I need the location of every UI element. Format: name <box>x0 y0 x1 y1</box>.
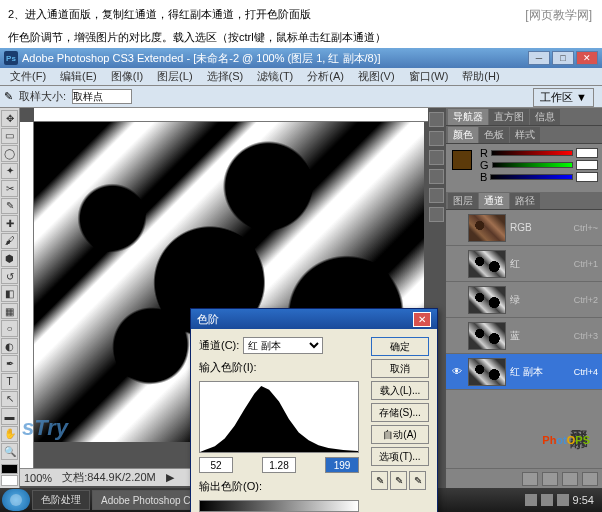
g-slider[interactable] <box>492 162 573 168</box>
pen-tool[interactable]: ✒ <box>1 355 18 372</box>
tray-icon[interactable] <box>525 494 537 506</box>
minimize-button[interactable]: ─ <box>528 51 550 65</box>
r-slider[interactable] <box>491 150 573 156</box>
menu-filter[interactable]: 滤镜(T) <box>251 68 299 85</box>
b-slider[interactable] <box>490 174 573 180</box>
close-button[interactable]: ✕ <box>576 51 598 65</box>
options-button[interactable]: 选项(T)... <box>371 447 429 466</box>
menu-analysis[interactable]: 分析(A) <box>301 68 350 85</box>
levels-close-button[interactable]: ✕ <box>413 312 431 327</box>
menu-view[interactable]: 视图(V) <box>352 68 401 85</box>
strip-icon[interactable] <box>429 150 444 165</box>
input-gamma[interactable] <box>262 457 296 473</box>
gray-eyedropper-icon[interactable]: ✎ <box>390 471 407 490</box>
shape-tool[interactable]: ▬ <box>1 408 18 425</box>
output-gradient[interactable] <box>199 500 359 512</box>
save-selection-icon[interactable] <box>542 472 558 486</box>
type-tool[interactable]: T <box>1 373 18 390</box>
gradient-tool[interactable]: ▦ <box>1 303 18 320</box>
ruler-horizontal[interactable] <box>34 108 428 122</box>
tab-navigator[interactable]: 导航器 <box>448 109 488 125</box>
background-color[interactable] <box>1 475 18 486</box>
auto-button[interactable]: 自动(A) <box>371 425 429 444</box>
tab-info[interactable]: 信息 <box>530 109 560 125</box>
visibility-icon[interactable] <box>450 329 464 343</box>
input-black-point[interactable] <box>199 457 233 473</box>
strip-icon[interactable] <box>429 112 444 127</box>
ok-button[interactable]: 确定 <box>371 337 429 356</box>
menu-help[interactable]: 帮助(H) <box>456 68 505 85</box>
tab-swatches[interactable]: 色板 <box>479 127 509 143</box>
histogram[interactable] <box>199 381 359 453</box>
clock[interactable]: 9:54 <box>573 494 594 506</box>
menu-window[interactable]: 窗口(W) <box>403 68 455 85</box>
start-button[interactable] <box>2 489 30 511</box>
foreground-color[interactable] <box>1 464 18 475</box>
new-channel-icon[interactable] <box>562 472 578 486</box>
input-white-point[interactable] <box>325 457 359 473</box>
tray-icon[interactable] <box>541 494 553 506</box>
strip-icon[interactable] <box>429 207 444 222</box>
black-eyedropper-icon[interactable]: ✎ <box>371 471 388 490</box>
menu-layer[interactable]: 图层(L) <box>151 68 198 85</box>
menu-select[interactable]: 选择(S) <box>201 68 250 85</box>
tab-color[interactable]: 颜色 <box>448 127 478 143</box>
crop-tool[interactable]: ✂ <box>1 180 18 197</box>
eraser-tool[interactable]: ◧ <box>1 285 18 302</box>
visibility-icon[interactable] <box>450 257 464 271</box>
levels-dialog-titlebar[interactable]: 色阶 ✕ <box>191 309 437 329</box>
eyedropper-tool[interactable]: ✎ <box>1 198 18 215</box>
brush-tool[interactable]: 🖌 <box>1 233 18 250</box>
titlebar[interactable]: Ps Adobe Photoshop CS3 Extended - [未命名-2… <box>0 48 602 68</box>
r-value[interactable] <box>576 148 598 158</box>
move-tool[interactable]: ✥ <box>1 110 18 127</box>
menu-edit[interactable]: 编辑(E) <box>54 68 103 85</box>
strip-icon[interactable] <box>429 188 444 203</box>
tab-paths[interactable]: 路径 <box>510 193 540 209</box>
visibility-icon[interactable] <box>450 221 464 235</box>
tab-styles[interactable]: 样式 <box>510 127 540 143</box>
tab-layers[interactable]: 图层 <box>448 193 478 209</box>
menu-image[interactable]: 图像(I) <box>105 68 149 85</box>
delete-channel-icon[interactable] <box>582 472 598 486</box>
channel-row[interactable]: 绿Ctrl+2 <box>446 282 602 318</box>
tab-channels[interactable]: 通道 <box>479 193 509 209</box>
cancel-button[interactable]: 取消 <box>371 359 429 378</box>
visibility-icon[interactable]: 👁 <box>450 365 464 379</box>
marquee-tool[interactable]: ▭ <box>1 128 18 145</box>
stamp-tool[interactable]: ⬢ <box>1 250 18 267</box>
channel-select[interactable]: 红 副本 <box>243 337 323 354</box>
tray-icon[interactable] <box>557 494 569 506</box>
history-brush-tool[interactable]: ↺ <box>1 268 18 285</box>
menu-file[interactable]: 文件(F) <box>4 68 52 85</box>
channel-row[interactable]: 👁红 副本Ctrl+4 <box>446 354 602 390</box>
load-button[interactable]: 载入(L)... <box>371 381 429 400</box>
color-swatch[interactable] <box>452 150 472 170</box>
sample-size-select[interactable] <box>72 89 132 104</box>
load-selection-icon[interactable] <box>522 472 538 486</box>
strip-icon[interactable] <box>429 169 444 184</box>
taskbar-item[interactable]: 色阶处理 <box>32 490 90 510</box>
system-tray[interactable]: 9:54 <box>525 494 600 506</box>
g-value[interactable] <box>576 160 598 170</box>
hand-tool[interactable]: ✋ <box>1 426 18 443</box>
visibility-icon[interactable] <box>450 293 464 307</box>
tab-histogram[interactable]: 直方图 <box>489 109 529 125</box>
white-eyedropper-icon[interactable]: ✎ <box>409 471 426 490</box>
heal-tool[interactable]: ✚ <box>1 215 18 232</box>
dodge-tool[interactable]: ◐ <box>1 338 18 355</box>
channel-row[interactable]: 红Ctrl+1 <box>446 246 602 282</box>
zoom-level[interactable]: 100% <box>24 472 52 484</box>
workspace-selector[interactable]: 工作区 ▼ <box>533 88 594 107</box>
lasso-tool[interactable]: ◯ <box>1 145 18 162</box>
maximize-button[interactable]: □ <box>552 51 574 65</box>
blur-tool[interactable]: ○ <box>1 320 18 337</box>
b-value[interactable] <box>576 172 598 182</box>
save-button[interactable]: 存储(S)... <box>371 403 429 422</box>
path-tool[interactable]: ↖ <box>1 391 18 408</box>
channel-row[interactable]: RGBCtrl+~ <box>446 210 602 246</box>
strip-icon[interactable] <box>429 131 444 146</box>
wand-tool[interactable]: ✦ <box>1 163 18 180</box>
eyedropper-icon[interactable]: ✎ <box>4 90 13 103</box>
channel-row[interactable]: 蓝Ctrl+3 <box>446 318 602 354</box>
